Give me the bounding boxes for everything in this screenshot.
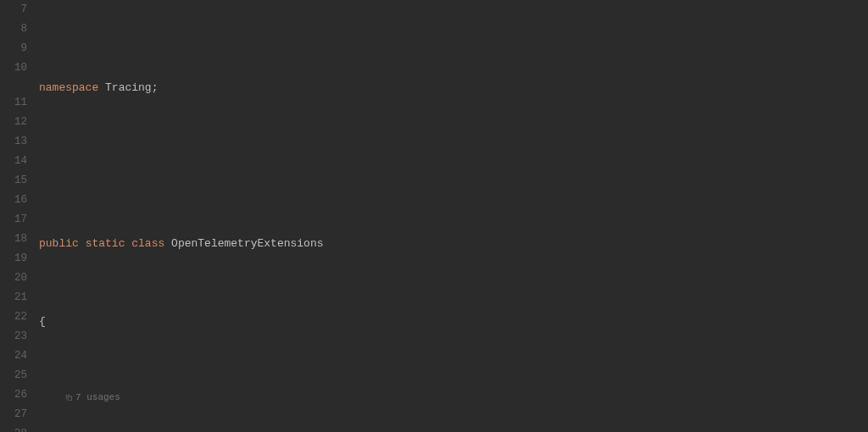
code-line[interactable]	[39, 156, 868, 175]
line-number: 9	[0, 39, 27, 58]
code-line[interactable]: public static class OpenTelemetryExtensi…	[39, 234, 868, 253]
code-area[interactable]: namespace Tracing; public static class O…	[39, 0, 868, 432]
line-number: 7	[0, 0, 27, 19]
line-number: 18	[0, 230, 27, 249]
line-number: 27	[0, 405, 27, 424]
line-number: 28	[0, 424, 27, 432]
line-number: 13	[0, 132, 27, 152]
line-number: 22	[0, 307, 27, 327]
usages-hint[interactable]: 7 usages	[39, 390, 868, 405]
line-number: 26	[0, 385, 27, 405]
line-number: 20	[0, 269, 27, 288]
line-number: 17	[0, 210, 27, 230]
line-number: 24	[0, 346, 27, 366]
code-line[interactable]: {	[39, 312, 868, 331]
line-number: 12	[0, 113, 27, 132]
line-number-gutter: 7891011121314151617181920212223242526272…	[0, 0, 39, 432]
line-number: 10	[0, 58, 27, 78]
keyword: namespace	[39, 78, 98, 97]
line-number: 25	[0, 366, 27, 385]
line-number: 11	[0, 93, 27, 113]
namespace-name: Tracing	[105, 78, 152, 97]
code-line[interactable]: namespace Tracing;	[39, 78, 868, 97]
line-number: 8	[0, 19, 27, 39]
usages-icon	[64, 393, 73, 402]
line-number: 15	[0, 171, 27, 191]
line-number: 14	[0, 152, 27, 171]
line-number: 21	[0, 288, 27, 307]
line-number: 16	[0, 191, 27, 210]
class-name: OpenTelemetryExtensions	[171, 234, 323, 253]
code-editor[interactable]: 7891011121314151617181920212223242526272…	[0, 0, 868, 432]
line-number: 23	[0, 327, 27, 346]
line-number: 19	[0, 249, 27, 269]
